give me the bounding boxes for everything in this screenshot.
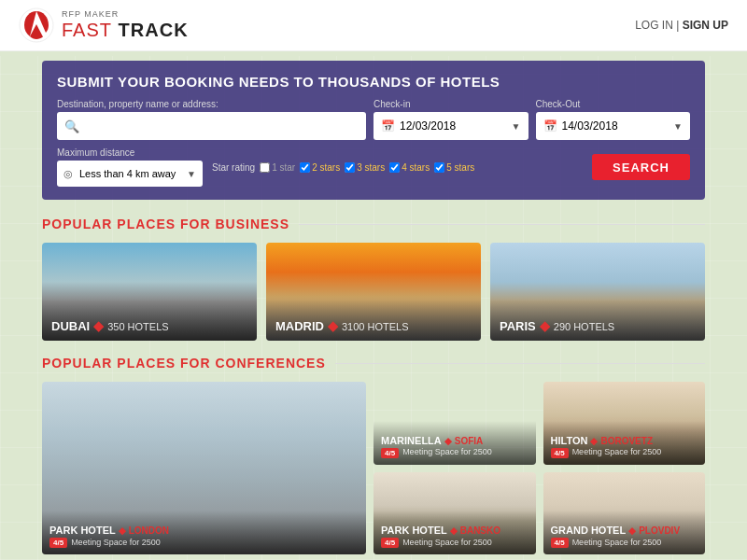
checkout-input[interactable] [536, 112, 691, 140]
distance-wrap: Maximum distance ◎ Less than 4 km away L… [57, 147, 203, 187]
star-2-checkbox[interactable] [300, 162, 310, 173]
search-button[interactable]: SEARCH [592, 154, 690, 180]
plovdiv-card[interactable]: GRAND HOTEL ◆ PLOVDIV 4/5 Meeting Space … [543, 472, 706, 555]
login-link[interactable]: LOG IN [635, 19, 673, 32]
marinella-card[interactable]: MARINELLA ◆ SOFIA 4/5 Meeting Space for … [374, 382, 536, 465]
destination-input[interactable] [57, 112, 366, 140]
search-title: SUBMIT YOUR BOOKING NEEDS TO THOUSANDS O… [57, 74, 690, 90]
hilton-badge: 4/5 [551, 448, 569, 458]
london-badge: 4/5 [49, 538, 67, 548]
header: RFP MAKER FAST TRACK LOG IN | SIGN UP [0, 0, 747, 51]
marinella-label: MARINELLA ◆ SOFIA [381, 435, 529, 446]
plovdiv-overlay: GRAND HOTEL ◆ PLOVDIV 4/5 Meeting Space … [543, 511, 706, 554]
nav-separator: | [676, 19, 679, 32]
madrid-card[interactable]: MADRID ◆ 3100 HOTELS [266, 243, 481, 341]
logo-brand: FAST TRACK [62, 20, 189, 40]
marinella-overlay: MARINELLA ◆ SOFIA 4/5 Meeting Space for … [374, 421, 536, 465]
dubai-overlay: DUBAI ◆ 350 HOTELS [42, 300, 257, 341]
plovdiv-label: GRAND HOTEL ◆ PLOVDIV [551, 525, 698, 536]
distance-select-wrap: ◎ Less than 4 km away Less than 1 km awa… [57, 161, 203, 187]
dubai-card[interactable]: DUBAI ◆ 350 HOTELS [42, 243, 257, 341]
hilton-location: BOROVETZ [600, 436, 653, 446]
star-3-item[interactable]: 3 stars [345, 162, 385, 173]
plovdiv-badge: 4/5 [551, 538, 569, 548]
location-icon: ◎ [63, 168, 73, 180]
bansko-sep: ◆ [450, 525, 458, 536]
destination-field-wrap: Destination, property name or address: 🔍 [57, 99, 366, 140]
london-card[interactable]: PARK HOTEL ◆ LONDON 4/5 Meeting Space fo… [42, 382, 366, 554]
madrid-count: 3100 HOTELS [342, 321, 409, 332]
conference-grid: PARK HOTEL ◆ LONDON 4/5 Meeting Space fo… [42, 382, 705, 554]
star-1-item[interactable]: 1 star [260, 162, 295, 173]
checkin-field-wrap: Check-in 📅 ▼ [374, 99, 529, 140]
signup-link[interactable]: SIGN UP [683, 19, 728, 32]
plovdiv-location: PLOVDIV [639, 525, 680, 536]
star-5-checkbox[interactable] [434, 162, 444, 173]
checkin-arrow-icon: ▼ [512, 121, 521, 132]
london-overlay: PARK HOTEL ◆ LONDON 4/5 Meeting Space fo… [42, 511, 366, 554]
dubai-name: DUBAI [51, 319, 90, 333]
bansko-overlay: PARK HOTEL ◆ BANSKO 4/5 Meeting Space fo… [374, 511, 536, 554]
marinella-location: SOFIA [455, 436, 484, 446]
paris-overlay: PARIS ◆ 290 HOTELS [490, 300, 705, 341]
dubai-sep: ◆ [93, 318, 104, 333]
london-sep: ◆ [119, 525, 126, 536]
hilton-meeting: Meeting Space for 2500 [572, 447, 662, 456]
paris-name: PARIS [500, 319, 536, 333]
conferences-section-title: POPULAR PLACES FOR CONFERENCES [42, 356, 705, 371]
bansko-meeting: Meeting Space for 2500 [402, 538, 492, 547]
madrid-label: MADRID ◆ 3100 HOTELS [275, 318, 472, 333]
destination-input-wrap: 🔍 [57, 112, 366, 140]
hilton-sep: ◆ [590, 436, 598, 446]
paris-card[interactable]: PARIS ◆ 290 HOTELS [490, 243, 705, 341]
star-4-checkbox[interactable] [389, 162, 400, 173]
distance-select[interactable]: Less than 4 km away Less than 1 km away … [57, 161, 203, 187]
marinella-hotel-name: MARINELLA [381, 435, 442, 446]
paris-label: PARIS ◆ 290 HOTELS [500, 318, 696, 333]
hilton-hotel-name: HILTON [551, 435, 588, 446]
calendar-icon: 📅 [381, 119, 395, 133]
star-label: Star rating [212, 162, 255, 173]
madrid-overlay: MADRID ◆ 3100 HOTELS [266, 300, 481, 341]
dubai-count: 350 HOTELS [107, 321, 168, 332]
checkin-label: Check-in [374, 99, 529, 109]
star-4-item[interactable]: 4 stars [389, 162, 430, 173]
distance-arrow-icon: ▼ [187, 169, 196, 179]
star-3-label: 3 stars [357, 162, 385, 173]
london-hotel-name: PARK HOTEL [49, 525, 116, 536]
destination-label: Destination, property name or address: [57, 99, 366, 109]
paris-count: 290 HOTELS [554, 321, 614, 332]
search-box: SUBMIT YOUR BOOKING NEEDS TO THOUSANDS O… [42, 61, 705, 200]
star-1-label: 1 star [272, 162, 295, 173]
checkout-date-wrap: 📅 ▼ [536, 112, 691, 140]
checkin-input[interactable] [374, 112, 529, 140]
marinella-sep: ◆ [444, 436, 452, 446]
london-label: PARK HOTEL ◆ LONDON [49, 525, 359, 536]
plovdiv-meeting: Meeting Space for 2500 [572, 538, 662, 547]
checkout-arrow-icon: ▼ [673, 121, 683, 132]
dubai-label: DUBAI ◆ 350 HOTELS [51, 318, 247, 333]
checkout-field-wrap: Check-Out 📅 ▼ [536, 99, 691, 140]
logo-track: TRACK [119, 20, 189, 40]
madrid-sep: ◆ [328, 318, 338, 333]
star-1-checkbox[interactable] [260, 162, 270, 173]
star-2-item[interactable]: 2 stars [300, 162, 340, 173]
star-2-label: 2 stars [312, 162, 340, 173]
bansko-card[interactable]: PARK HOTEL ◆ BANSKO 4/5 Meeting Space fo… [374, 472, 536, 555]
london-meeting: Meeting Space for 2500 [71, 538, 161, 547]
search-bottom-row: Maximum distance ◎ Less than 4 km away L… [57, 147, 690, 187]
logo-text: RFP MAKER FAST TRACK [62, 10, 189, 40]
hilton-overlay: HILTON ◆ BOROVETZ 4/5 Meeting Space for … [543, 421, 706, 465]
star-3-checkbox[interactable] [345, 162, 355, 173]
hilton-card[interactable]: HILTON ◆ BOROVETZ 4/5 Meeting Space for … [543, 382, 706, 465]
hilton-label: HILTON ◆ BOROVETZ [551, 435, 698, 446]
distance-label: Maximum distance [57, 147, 203, 158]
business-grid: DUBAI ◆ 350 HOTELS MADRID ◆ 3100 HOTELS [42, 243, 705, 341]
logo-icon [19, 7, 54, 43]
plovdiv-sep: ◆ [628, 525, 636, 536]
logo-fast: FAST [62, 20, 112, 40]
madrid-name: MADRID [275, 319, 324, 333]
bansko-badge: 4/5 [381, 538, 399, 548]
star-5-item[interactable]: 5 stars [434, 162, 474, 173]
logo[interactable]: RFP MAKER FAST TRACK [19, 7, 189, 43]
